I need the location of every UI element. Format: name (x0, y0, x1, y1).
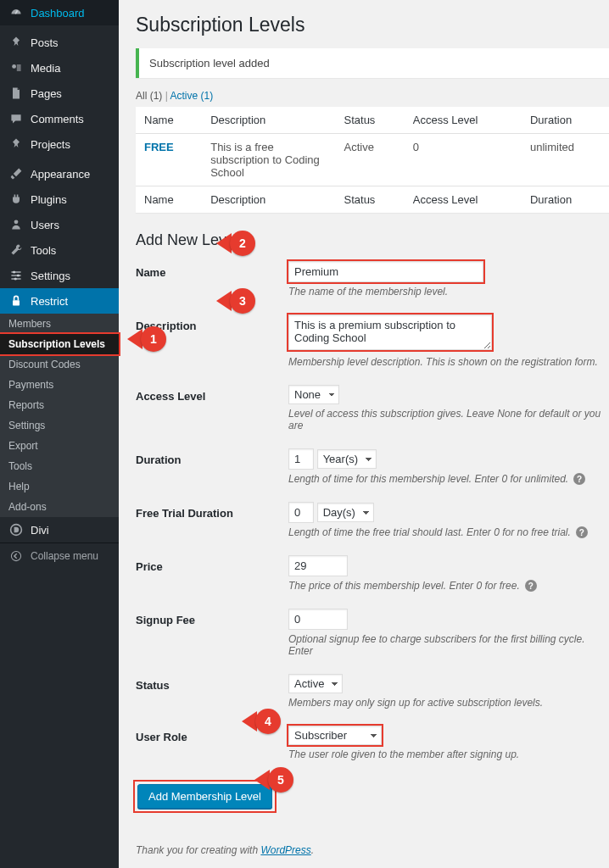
success-notice: Subscription level added (136, 48, 609, 78)
help-icon[interactable]: ? (573, 473, 585, 485)
wordpress-link[interactable]: WordPress (260, 844, 310, 856)
description-textarea[interactable]: This is a premium subscription to Coding… (288, 314, 492, 350)
sidebar-label: Restrict (31, 295, 112, 308)
sidebar-label: Comments (31, 113, 112, 125)
name-input[interactable] (288, 261, 483, 282)
name-help: The name of the membership level. (288, 286, 609, 298)
submenu-addons[interactable]: Add-ons (0, 497, 119, 517)
sidebar-item-restrict[interactable]: Restrict (0, 288, 119, 314)
status-select[interactable]: Active (288, 674, 343, 693)
submenu-subscription-levels[interactable]: Subscription Levels (0, 334, 119, 354)
sidebar-label: Settings (31, 270, 112, 282)
submenu-export[interactable]: Export (0, 436, 119, 456)
filter-links: All (1) | Active (1) (136, 90, 609, 102)
collapse-menu[interactable]: Collapse menu (0, 542, 119, 569)
sidebar-item-divi[interactable]: Divi (0, 517, 119, 542)
access-select[interactable]: None (288, 385, 339, 404)
price-help: The price of this membership level. Ente… (288, 580, 609, 592)
brush-icon (8, 167, 24, 181)
svg-rect-9 (13, 300, 20, 305)
notice-text: Subscription level added (149, 57, 270, 70)
trial-unit-select[interactable]: Day(s) (317, 503, 374, 522)
sidebar-item-pages[interactable]: Pages (0, 81, 119, 106)
footer-credit: Thank you for creating with WordPress. (136, 844, 609, 856)
page-icon (8, 86, 24, 100)
svg-point-7 (17, 274, 20, 276)
cell-duration: unlimited (522, 134, 609, 186)
admin-sidebar: Dashboard Posts Media Pages Comments Pro… (0, 0, 119, 868)
help-icon[interactable]: ? (576, 526, 588, 538)
sidebar-item-settings[interactable]: Settings (0, 263, 119, 288)
sidebar-item-comments[interactable]: Comments (0, 106, 119, 131)
sidebar-item-media[interactable]: Media (0, 55, 119, 81)
duration-label: Duration (136, 448, 288, 466)
description-help: Membership level description. This is sh… (288, 356, 609, 368)
status-label: Status (136, 674, 288, 692)
svg-point-8 (14, 277, 17, 280)
th-duration[interactable]: Duration (522, 107, 609, 134)
filter-all[interactable]: All (1) (136, 90, 162, 102)
th-name[interactable]: Name (136, 107, 202, 134)
signup-label: Signup Fee (136, 609, 288, 626)
sidebar-item-dashboard[interactable]: Dashboard (0, 0, 119, 25)
sidebar-item-appearance[interactable]: Appearance (0, 161, 119, 186)
level-name-link[interactable]: FREE (144, 141, 174, 153)
price-label: Price (136, 555, 288, 573)
price-input[interactable] (288, 555, 348, 576)
trial-help: Length of time the free trial should las… (288, 526, 609, 538)
access-label: Access Level (136, 385, 288, 403)
add-membership-level-button[interactable]: Add Membership Level (137, 784, 272, 809)
page-title: Subscription Levels (136, 14, 609, 36)
sidebar-label: Dashboard (31, 7, 112, 19)
th-access[interactable]: Access Level (405, 107, 522, 134)
duration-input[interactable] (288, 448, 314, 470)
sidebar-item-posts[interactable]: Posts (0, 30, 119, 55)
collapse-icon (8, 550, 24, 562)
svg-point-1 (12, 64, 16, 69)
submenu-discount-codes[interactable]: Discount Codes (0, 354, 119, 375)
sidebar-label: Pages (31, 87, 112, 100)
status-help: Members may only sign up for active subs… (288, 697, 609, 709)
role-select[interactable]: Subscriber (288, 726, 382, 745)
sidebar-label: Tools (31, 244, 112, 257)
user-icon (8, 218, 24, 231)
sidebar-item-users[interactable]: Users (0, 212, 119, 237)
signup-help: Optional signup fee to charge subscriber… (288, 633, 609, 657)
duration-help: Length of time for this membership level… (288, 473, 609, 485)
trial-input[interactable] (288, 502, 314, 523)
dashboard-icon (8, 6, 24, 19)
role-label: User Role (136, 726, 288, 743)
sidebar-label: Divi (31, 524, 112, 537)
svg-point-6 (13, 270, 15, 273)
sidebar-label: Posts (31, 36, 112, 49)
sidebar-label: Plugins (31, 193, 112, 206)
submenu-help[interactable]: Help (0, 476, 119, 497)
submenu-reports[interactable]: Reports (0, 395, 119, 415)
levels-table: Name Description Status Access Level Dur… (136, 107, 609, 213)
signup-input[interactable] (288, 609, 348, 630)
sidebar-item-tools[interactable]: Tools (0, 237, 119, 263)
trial-label: Free Trial Duration (136, 502, 288, 520)
help-icon[interactable]: ? (525, 580, 537, 592)
cell-access: 0 (405, 134, 522, 186)
filter-active[interactable]: Active (1) (170, 90, 214, 102)
sidebar-item-projects[interactable]: Projects (0, 131, 119, 157)
submenu-members[interactable]: Members (0, 314, 119, 334)
collapse-label: Collapse menu (31, 550, 98, 562)
add-new-level-heading: Add New Level (136, 231, 609, 249)
description-label: Description (136, 314, 288, 332)
table-row: FREE This is a free subscription to Codi… (136, 134, 609, 186)
lock-icon (8, 294, 24, 308)
sidebar-label: Appearance (31, 168, 112, 181)
svg-point-2 (14, 220, 19, 224)
th-description[interactable]: Description (202, 107, 335, 134)
sidebar-item-plugins[interactable]: Plugins (0, 186, 119, 212)
submenu-payments[interactable]: Payments (0, 375, 119, 395)
wrench-icon (8, 243, 24, 257)
submenu-settings[interactable]: Settings (0, 415, 119, 436)
sidebar-label: Projects (31, 138, 112, 151)
submenu-tools[interactable]: Tools (0, 456, 119, 476)
duration-unit-select[interactable]: Year(s) (317, 449, 377, 469)
pin-icon (8, 137, 24, 151)
th-status[interactable]: Status (336, 107, 405, 134)
